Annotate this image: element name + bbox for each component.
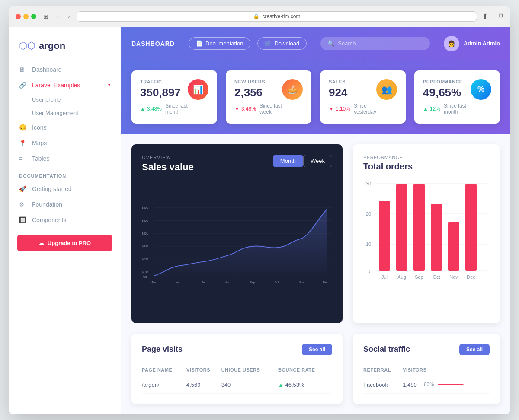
dot-green[interactable] — [31, 14, 36, 19]
page-visits-header: Page visits See all — [142, 344, 332, 355]
col-page-name: PAGE NAME — [142, 364, 186, 376]
sidebar-toggle-btn[interactable]: ⊞ — [42, 12, 50, 21]
documentation-btn[interactable]: 📄 Documentation — [189, 37, 250, 50]
share-icon[interactable]: ⬆ — [482, 12, 488, 20]
browser-chrome: ⊞ ‹ › 🔒 creative-tim.com ⬆ + ⧉ — [9, 6, 510, 27]
stat-info-traffic: TRAFFIC 350,897 ▲ 3.48% Since last month — [140, 79, 188, 115]
address-bar: 🔒 creative-tim.com — [77, 11, 477, 22]
table-row: /argon/ 4,569 340 ▲ 46,53% — [142, 376, 332, 393]
svg-rect-33 — [448, 222, 459, 271]
svg-text:Oct: Oct — [274, 281, 279, 284]
sidebar-item-icons[interactable]: 😊 Icons — [9, 120, 121, 135]
map-pin-icon: 📍 — [19, 140, 27, 146]
forward-btn[interactable]: › — [66, 12, 72, 21]
avatar: 👩 — [444, 36, 459, 51]
stat-change-new-users: ▼ 3.48% Since last week — [234, 103, 282, 115]
svg-text:$0k: $0k — [143, 275, 147, 278]
user-name: Admin Admin — [464, 40, 500, 47]
dot-red[interactable] — [16, 14, 21, 19]
stat-card-performance: PERFORMANCE 49,65% ▲ 12% Since last mont… — [414, 70, 500, 124]
search-icon: 🔍 — [327, 40, 334, 47]
stats-area: TRAFFIC 350,897 ▲ 3.48% Since last month… — [121, 60, 510, 134]
stat-info-new-users: NEW USERS 2,356 ▼ 3.48% Since last week — [234, 79, 282, 115]
tab-month[interactable]: Month — [273, 155, 303, 167]
sidebar-item-user-profile[interactable]: User profile — [32, 93, 121, 106]
new-tab-icon[interactable]: + — [491, 12, 495, 20]
foundation-icon: ⚙ — [19, 201, 27, 208]
stat-change-val-sales: 1.10% — [336, 106, 350, 112]
svg-text:Dec: Dec — [323, 281, 328, 284]
table-icon: ≡ — [19, 155, 27, 162]
dot-yellow[interactable] — [23, 14, 29, 19]
arrow-up-icon: ▲ — [140, 106, 145, 112]
svg-text:$60k: $60k — [142, 206, 148, 209]
upgrade-btn-label: Upgrade to PRO — [48, 240, 91, 246]
search-bar-container: 🔍 — [320, 37, 430, 50]
stat-value-sales: 924 — [329, 86, 376, 99]
social-visitors-cell: 1,480 60% — [403, 376, 490, 393]
bounce-value: 46,53% — [285, 382, 304, 388]
social-traffic-header: Social traffic See all — [363, 344, 490, 355]
tab-week[interactable]: Week — [303, 155, 332, 167]
sidebar: ⬡⬡ argon 🖥 Dashboard 🔗 Laravel Examples … — [9, 27, 121, 414]
svg-text:Sep: Sep — [415, 274, 423, 280]
svg-text:Nov: Nov — [449, 274, 458, 280]
bar-chart-card: PERFORMANCE Total orders 30 20 10 0 — [353, 144, 500, 323]
sidebar-item-components[interactable]: 🔲 Components — [9, 212, 121, 228]
referral-cell: Facebook — [363, 376, 403, 393]
svg-text:0: 0 — [368, 269, 370, 274]
bar-chart-svg: 30 20 10 0 — [363, 180, 490, 288]
svg-text:20: 20 — [366, 211, 371, 216]
sidebar-item-maps[interactable]: 📍 Maps — [9, 135, 121, 151]
stat-since-performance: Since last month — [444, 103, 471, 115]
chart-overview-label: OVERVIEW — [142, 155, 194, 160]
chart-header: OVERVIEW Sales value Month Week — [142, 155, 332, 173]
windows-icon[interactable]: ⧉ — [499, 12, 503, 20]
svg-text:Dec: Dec — [467, 274, 475, 280]
back-btn[interactable]: ‹ — [55, 12, 61, 21]
chevron-down-icon: ▾ — [108, 83, 110, 87]
svg-text:Jul: Jul — [381, 274, 388, 280]
download-btn[interactable]: 🛒 Download — [257, 37, 307, 50]
sidebar-item-tables[interactable]: ≡ Tables — [9, 151, 121, 166]
stat-card-new-users: NEW USERS 2,356 ▼ 3.48% Since last week … — [226, 70, 311, 124]
stat-label-traffic: TRAFFIC — [140, 79, 188, 84]
svg-rect-29 — [379, 201, 390, 271]
stat-since-sales: Since yesterday — [354, 103, 376, 115]
social-traffic-table: REFERRAL VISITORS Facebook 1,480 — [363, 364, 490, 394]
col-social-visitors: VISITORS — [403, 364, 490, 376]
user-info: 👩 Admin Admin — [444, 36, 500, 51]
content-area: OVERVIEW Sales value Month Week — [121, 134, 510, 414]
upgrade-btn[interactable]: ☁ Upgrade to PRO — [17, 235, 112, 251]
stat-icon-traffic: 📊 — [188, 79, 208, 100]
stat-label-new-users: NEW USERS — [234, 79, 282, 84]
svg-text:Aug: Aug — [225, 281, 231, 284]
sidebar-item-dashboard[interactable]: 🖥 Dashboard — [9, 62, 121, 77]
sidebar-item-foundation-label: Foundation — [32, 201, 62, 208]
svg-text:$40k: $40k — [142, 232, 148, 235]
social-traffic-title: Social traffic — [363, 345, 410, 354]
arrow-down-icon: ▼ — [234, 106, 240, 112]
sidebar-item-getting-started[interactable]: 🚀 Getting started — [9, 181, 121, 197]
stat-change-performance: ▲ 12% Since last month — [423, 103, 471, 115]
social-traffic-see-all-btn[interactable]: See all — [459, 344, 490, 355]
sidebar-item-laravel[interactable]: 🔗 Laravel Examples ▾ — [9, 77, 121, 93]
social-visitors-value: 1,480 — [403, 382, 417, 388]
download-btn-label: Download — [274, 40, 299, 47]
unique-cell: 340 — [221, 376, 278, 393]
sidebar-nav: 🖥 Dashboard 🔗 Laravel Examples ▾ User pr… — [9, 62, 121, 251]
page-visits-see-all-btn[interactable]: See all — [302, 344, 332, 355]
col-unique-users: UNIQUE USERS — [221, 364, 278, 376]
search-input[interactable] — [338, 40, 423, 47]
svg-rect-30 — [396, 184, 407, 271]
sidebar-item-user-management[interactable]: User Management — [32, 106, 121, 120]
sidebar-item-foundation[interactable]: ⚙ Foundation — [9, 197, 121, 212]
chart-overview-wrapper: OVERVIEW Sales value — [142, 155, 194, 173]
stat-change-sales: ▼ 1.10% Since yesterday — [329, 103, 376, 115]
stat-change-val-traffic: 3.48% — [147, 106, 162, 112]
stat-info-performance: PERFORMANCE 49,65% ▲ 12% Since last mont… — [423, 79, 471, 115]
svg-text:$50k: $50k — [142, 219, 148, 222]
sales-chart-card: OVERVIEW Sales value Month Week — [131, 144, 343, 323]
stat-change-traffic: ▲ 3.48% Since last month — [140, 103, 188, 115]
charts-row: OVERVIEW Sales value Month Week — [131, 144, 500, 323]
